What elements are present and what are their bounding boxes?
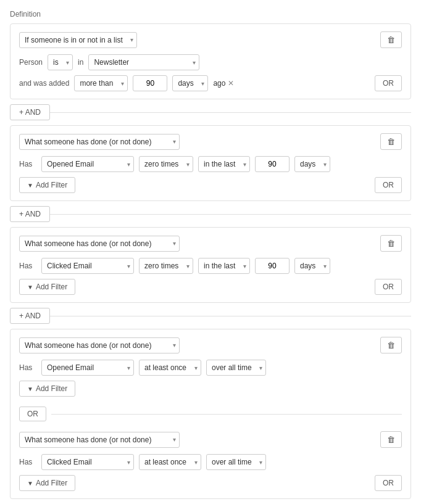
added-row: and was added more than days ago ✕ OR [19, 75, 402, 91]
time-number-input-2[interactable] [255, 156, 290, 172]
action-wrapper-4b[interactable]: Clicked Email [41, 454, 134, 470]
and-separator-3: + AND [10, 303, 411, 329]
top-select-4b[interactable]: What someone has done (or not done) [19, 432, 180, 448]
delete-button-2[interactable]: 🗑 [380, 133, 402, 150]
close-ago[interactable]: ✕ [228, 79, 234, 88]
add-filter-button-4b[interactable]: ▼ Add Filter [19, 475, 75, 491]
time-range-wrapper-4b[interactable]: over all time [206, 454, 266, 470]
has-row-2: Has Opened Email zero times in the last … [19, 156, 402, 172]
action-wrapper-4a[interactable]: Opened Email [41, 360, 134, 376]
has-row-4a: Has Opened Email at least once over all … [19, 360, 402, 376]
added-number-input[interactable] [133, 75, 167, 91]
time-range-select-3[interactable]: in the last [198, 258, 250, 274]
add-filter-button-4a[interactable]: ▼ Add Filter [19, 381, 75, 397]
condition-block-or: What someone has done (or not done) 🗑 Ha… [10, 329, 411, 499]
and-separator-1: + AND [10, 99, 411, 125]
time-range-wrapper-2[interactable]: in the last [198, 156, 250, 172]
or-button-1[interactable]: OR [375, 75, 402, 91]
top-select-4a[interactable]: What someone has done (or not done) [19, 337, 180, 353]
top-select-3[interactable]: What someone has done (or not done) [19, 236, 180, 252]
top-select-wrapper-1[interactable]: If someone is in or not in a list [19, 32, 137, 48]
has-label-2: Has [19, 160, 36, 168]
block-header-3: What someone has done (or not done) 🗑 [19, 235, 402, 252]
condition-block-list: If someone is in or not in a list 🗑 Pers… [10, 23, 411, 99]
frequency-select-3[interactable]: zero times [139, 258, 193, 274]
add-filter-row-4a: ▼ Add Filter [19, 381, 402, 397]
delete-button-3[interactable]: 🗑 [380, 235, 402, 252]
and-line-1 [10, 112, 411, 113]
time-range-wrapper-4a[interactable]: over all time [206, 360, 266, 376]
has-label-4b: Has [19, 458, 36, 466]
frequency-wrapper-3[interactable]: zero times [139, 258, 193, 274]
frequency-select-2[interactable]: zero times [139, 156, 193, 172]
time-range-select-2[interactable]: in the last [198, 156, 250, 172]
top-select-wrapper-2[interactable]: What someone has done (or not done) [19, 134, 180, 150]
time-unit-wrapper-2[interactable]: days [294, 156, 330, 172]
frequency-wrapper-4a[interactable]: at least once [139, 360, 201, 376]
add-and-button-1[interactable]: + AND [10, 104, 50, 120]
person-is-wrapper[interactable]: is [48, 54, 73, 70]
top-select-wrapper-3[interactable]: What someone has done (or not done) [19, 236, 180, 252]
frequency-wrapper-4b[interactable]: at least once [139, 454, 201, 470]
add-and-button-3[interactable]: + AND [10, 308, 50, 324]
and-line-2 [10, 214, 411, 215]
time-range-select-4a[interactable]: over all time [206, 360, 266, 376]
block-header-4a: What someone has done (or not done) 🗑 [19, 337, 402, 353]
condition-block-clicked: What someone has done (or not done) 🗑 Ha… [10, 227, 411, 303]
delete-button-4b[interactable]: 🗑 [380, 431, 402, 448]
time-unit-select-2[interactable]: days [294, 156, 330, 172]
list-name-select[interactable]: Newsletter [88, 54, 199, 70]
block-header-2: What someone has done (or not done) 🗑 [19, 133, 402, 150]
bottom-row-4b: ▼ Add Filter OR [19, 475, 402, 491]
sub-block-opened: What someone has done (or not done) 🗑 Ha… [19, 337, 402, 397]
person-row: Person is in Newsletter [19, 54, 402, 70]
filter-icon-2: ▼ [27, 182, 33, 189]
add-filter-button-3[interactable]: ▼ Add Filter [19, 279, 75, 295]
added-condition-select[interactable]: more than [74, 75, 128, 91]
top-select-1[interactable]: If someone is in or not in a list [19, 32, 137, 48]
has-row-4b: Has Clicked Email at least once over all… [19, 454, 402, 470]
action-select-3[interactable]: Clicked Email [41, 258, 134, 274]
time-number-input-3[interactable] [255, 258, 290, 274]
action-select-4a[interactable]: Opened Email [41, 360, 134, 376]
and-was-added-label: and was added [19, 79, 69, 88]
person-label: Person [19, 58, 43, 67]
bottom-row-3: ▼ Add Filter OR [19, 279, 402, 295]
added-unit-select[interactable]: days [172, 75, 208, 91]
add-and-button-2[interactable]: + AND [10, 206, 50, 222]
add-filter-button-2[interactable]: ▼ Add Filter [19, 177, 75, 193]
or-divider: OR [19, 403, 402, 425]
in-label: in [78, 58, 83, 67]
ago-label: ago ✕ [213, 79, 234, 88]
frequency-wrapper-2[interactable]: zero times [139, 156, 193, 172]
time-unit-select-3[interactable]: days [294, 258, 330, 274]
or-inline-button[interactable]: OR [19, 407, 46, 421]
action-select-2[interactable]: Opened Email [41, 156, 134, 172]
top-select-wrapper-4b[interactable]: What someone has done (or not done) [19, 432, 180, 448]
added-unit-wrapper[interactable]: days [172, 75, 208, 91]
or-button-2[interactable]: OR [375, 177, 402, 193]
action-select-4b[interactable]: Clicked Email [41, 454, 134, 470]
action-wrapper-3[interactable]: Clicked Email [41, 258, 134, 274]
or-button-3[interactable]: OR [375, 279, 402, 295]
sub-block-clicked: What someone has done (or not done) 🗑 Ha… [19, 431, 402, 491]
added-condition-wrapper[interactable]: more than [74, 75, 128, 91]
or-button-4b[interactable]: OR [375, 475, 402, 491]
action-wrapper-2[interactable]: Opened Email [41, 156, 134, 172]
time-range-select-4b[interactable]: over all time [206, 454, 266, 470]
frequency-select-4a[interactable]: at least once [139, 360, 201, 376]
time-range-wrapper-3[interactable]: in the last [198, 258, 250, 274]
top-select-wrapper-4a[interactable]: What someone has done (or not done) [19, 337, 180, 353]
person-is-select[interactable]: is [48, 54, 73, 70]
list-name-wrapper[interactable]: Newsletter [88, 54, 199, 70]
frequency-select-4b[interactable]: at least once [139, 454, 201, 470]
filter-icon-3: ▼ [27, 284, 33, 291]
has-label-3: Has [19, 262, 36, 270]
top-select-2[interactable]: What someone has done (or not done) [19, 134, 180, 150]
condition-block-opened: What someone has done (or not done) 🗑 Ha… [10, 125, 411, 201]
delete-button-4a[interactable]: 🗑 [380, 337, 402, 353]
filter-icon-4b: ▼ [27, 480, 33, 487]
time-unit-wrapper-3[interactable]: days [294, 258, 330, 274]
delete-button-1[interactable]: 🗑 [380, 31, 402, 48]
block-header-1: If someone is in or not in a list 🗑 [19, 31, 402, 48]
